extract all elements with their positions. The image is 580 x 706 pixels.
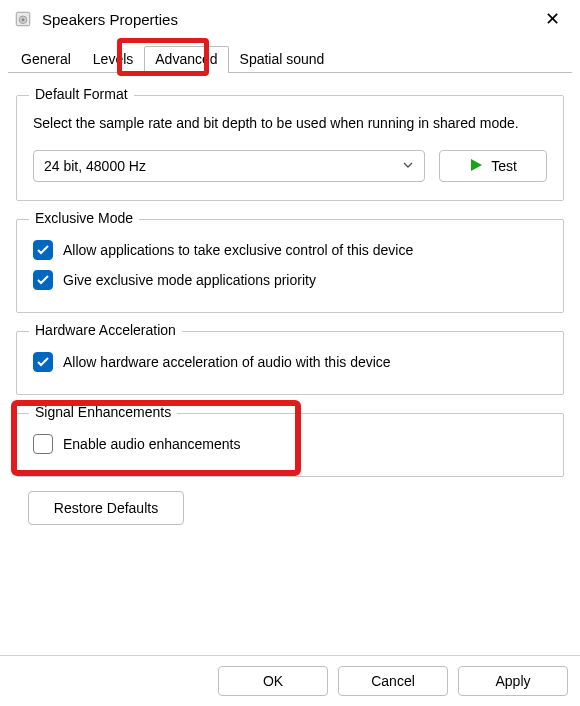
checkbox-enable-enhancements[interactable] bbox=[33, 434, 53, 454]
tab-underline bbox=[8, 72, 572, 73]
ok-label: OK bbox=[263, 673, 283, 689]
svg-point-2 bbox=[22, 18, 25, 21]
format-dropdown[interactable]: 24 bit, 48000 Hz bbox=[33, 150, 425, 182]
apply-label: Apply bbox=[495, 673, 530, 689]
restore-defaults-label: Restore Defaults bbox=[54, 500, 158, 516]
chevron-down-icon bbox=[402, 159, 414, 174]
speaker-icon bbox=[14, 10, 32, 28]
dialog-separator bbox=[0, 655, 580, 656]
label-enable-enhancements: Enable audio enhancements bbox=[63, 436, 240, 452]
format-dropdown-value: 24 bit, 48000 Hz bbox=[44, 158, 146, 174]
cancel-button[interactable]: Cancel bbox=[338, 666, 448, 696]
group-exclusive-mode: Exclusive Mode Allow applications to tak… bbox=[16, 219, 564, 313]
test-button-label: Test bbox=[491, 158, 517, 174]
tab-spatial[interactable]: Spatial sound bbox=[229, 46, 336, 73]
tab-page-advanced: Default Format Select the sample rate an… bbox=[0, 73, 580, 525]
group-default-format: Default Format Select the sample rate an… bbox=[16, 95, 564, 201]
legend-default-format: Default Format bbox=[29, 86, 134, 102]
play-icon bbox=[469, 158, 483, 175]
tab-general[interactable]: General bbox=[10, 46, 82, 73]
legend-hardware-accel: Hardware Acceleration bbox=[29, 322, 182, 338]
group-signal-enhancements: Signal Enhancements Enable audio enhance… bbox=[16, 413, 564, 477]
apply-button[interactable]: Apply bbox=[458, 666, 568, 696]
checkbox-exclusive-priority[interactable] bbox=[33, 270, 53, 290]
cancel-label: Cancel bbox=[371, 673, 415, 689]
title-bar: Speakers Properties ✕ bbox=[0, 0, 580, 40]
label-exclusive-priority: Give exclusive mode applications priorit… bbox=[63, 272, 316, 288]
restore-defaults-button[interactable]: Restore Defaults bbox=[28, 491, 184, 525]
label-allow-exclusive: Allow applications to take exclusive con… bbox=[63, 242, 413, 258]
ok-button[interactable]: OK bbox=[218, 666, 328, 696]
legend-signal-enhancements: Signal Enhancements bbox=[29, 404, 177, 420]
group-hardware-accel: Hardware Acceleration Allow hardware acc… bbox=[16, 331, 564, 395]
tab-advanced[interactable]: Advanced bbox=[144, 46, 228, 73]
checkbox-allow-exclusive[interactable] bbox=[33, 240, 53, 260]
label-hardware-accel: Allow hardware acceleration of audio wit… bbox=[63, 354, 391, 370]
window-title: Speakers Properties bbox=[42, 11, 539, 28]
test-button[interactable]: Test bbox=[439, 150, 547, 182]
dialog-button-bar: OK Cancel Apply bbox=[218, 666, 568, 696]
default-format-desc: Select the sample rate and bit depth to … bbox=[33, 114, 547, 132]
checkbox-hardware-accel[interactable] bbox=[33, 352, 53, 372]
tab-strip: General Levels Advanced Spatial sound bbox=[0, 46, 580, 73]
tab-levels[interactable]: Levels bbox=[82, 46, 144, 73]
legend-exclusive-mode: Exclusive Mode bbox=[29, 210, 139, 226]
close-button[interactable]: ✕ bbox=[539, 8, 566, 30]
